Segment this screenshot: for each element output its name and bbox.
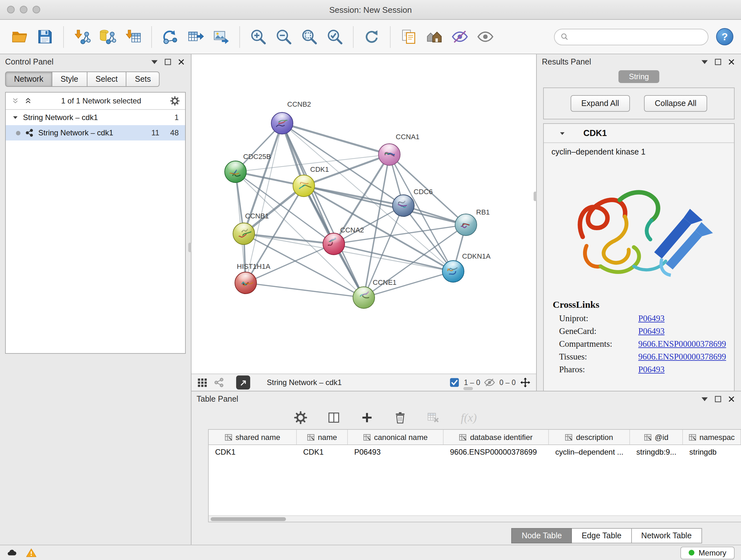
search-box[interactable] bbox=[554, 28, 709, 45]
column-header-database-identifier[interactable]: database identifier bbox=[444, 430, 549, 444]
table-cell[interactable]: stringdb:9... bbox=[630, 445, 683, 459]
search-input[interactable] bbox=[572, 32, 702, 41]
network-edge[interactable] bbox=[304, 186, 466, 225]
expand-all-button[interactable]: Expand All bbox=[570, 95, 630, 112]
table-cell[interactable]: P06493 bbox=[348, 445, 444, 459]
network-edge[interactable] bbox=[246, 283, 364, 298]
crosslink-value[interactable]: P06493 bbox=[638, 326, 665, 336]
control-panel-float-icon[interactable] bbox=[163, 57, 172, 66]
table-panel-menu-icon[interactable] bbox=[700, 394, 709, 403]
table-cell[interactable]: cyclin–dependent ... bbox=[549, 445, 630, 459]
import-table-from-file-icon[interactable] bbox=[121, 24, 145, 50]
crosslink-value[interactable]: P06493 bbox=[638, 314, 665, 324]
app-store-icon[interactable] bbox=[422, 24, 446, 50]
collection-expand-icon[interactable] bbox=[12, 114, 18, 121]
network-row-selected[interactable]: String Network – cdk1 11 48 bbox=[6, 125, 185, 140]
scrollbar-thumb[interactable] bbox=[211, 517, 286, 521]
splitter-handle-bottom[interactable] bbox=[463, 387, 473, 390]
add-row-icon[interactable] bbox=[360, 411, 374, 425]
export-table-icon[interactable] bbox=[184, 24, 207, 50]
collapse-all-networks-icon[interactable] bbox=[11, 97, 20, 105]
network-node-CCNA1[interactable]: CCNA1 bbox=[379, 133, 420, 165]
pan-mode-icon[interactable] bbox=[520, 377, 531, 388]
splitter-handle-right[interactable] bbox=[534, 192, 537, 201]
network-node-CCNE1[interactable]: CCNE1 bbox=[353, 278, 397, 308]
network-node-CCNB1[interactable]: CCNB1 bbox=[233, 212, 269, 245]
cloud-icon[interactable] bbox=[6, 547, 18, 558]
table-row[interactable]: CDK1CDK1P064939606.ENSP00000378699cyclin… bbox=[209, 445, 741, 459]
column-header-canonical-name[interactable]: canonical name bbox=[348, 430, 444, 444]
network-edge[interactable] bbox=[282, 123, 364, 298]
import-network-from-file-icon[interactable] bbox=[70, 24, 94, 50]
function-icon[interactable]: f(x) bbox=[460, 411, 482, 425]
protein-collapse-icon[interactable] bbox=[559, 130, 565, 136]
hide-selection-icon[interactable] bbox=[448, 24, 472, 50]
tab-edge-table[interactable]: Edge Table bbox=[572, 528, 632, 543]
hidden-indicator-icon[interactable] bbox=[484, 377, 495, 388]
save-session-icon[interactable] bbox=[33, 24, 57, 50]
results-panel-float-icon[interactable] bbox=[714, 57, 723, 66]
duplicate-network-icon[interactable] bbox=[397, 24, 421, 50]
clear-table-icon[interactable] bbox=[426, 411, 441, 425]
tab-node-table[interactable]: Node Table bbox=[512, 528, 572, 543]
crosslink-value[interactable]: P06493 bbox=[638, 365, 665, 375]
memory-button[interactable]: Memory bbox=[680, 546, 735, 559]
control-panel-menu-icon[interactable] bbox=[150, 57, 159, 66]
import-network-from-database-icon[interactable] bbox=[96, 24, 119, 50]
minimize-window-button[interactable] bbox=[20, 6, 27, 13]
zoom-selected-icon[interactable] bbox=[323, 24, 347, 50]
table-cell[interactable]: 9606.ENSP00000378699 bbox=[444, 445, 549, 459]
collapse-all-button[interactable]: Collapse All bbox=[644, 95, 708, 112]
refresh-view-icon[interactable] bbox=[360, 24, 384, 50]
crosslink-value[interactable]: 9606.ENSP00000378699 bbox=[638, 352, 726, 362]
network-share-icon[interactable] bbox=[213, 377, 225, 388]
expand-all-networks-icon[interactable] bbox=[23, 97, 32, 105]
network-edge[interactable] bbox=[334, 206, 403, 244]
column-header-name[interactable]: name bbox=[297, 430, 348, 444]
network-edge[interactable] bbox=[246, 123, 282, 283]
gear-icon[interactable] bbox=[293, 411, 308, 425]
control-panel-close-icon[interactable] bbox=[177, 57, 186, 66]
tab-network-table[interactable]: Network Table bbox=[631, 528, 702, 543]
table-panel-close-icon[interactable] bbox=[727, 394, 736, 403]
network-canvas[interactable]: CCNB2CCNA1CDC25BCDK1CDC6RB1CCNB1CCNA2CDK… bbox=[192, 54, 536, 374]
column-header-shared-name[interactable]: shared name bbox=[209, 430, 297, 444]
network-node-RB1[interactable]: RB1 bbox=[455, 208, 490, 236]
network-from-selection-icon[interactable] bbox=[158, 24, 182, 50]
close-window-button[interactable] bbox=[7, 6, 15, 13]
tab-network[interactable]: Network bbox=[5, 71, 52, 87]
zoom-out-icon[interactable] bbox=[272, 24, 295, 50]
birdseye-icon[interactable] bbox=[236, 375, 250, 389]
results-panel-menu-icon[interactable] bbox=[700, 57, 709, 66]
splitter-handle-left[interactable] bbox=[188, 243, 192, 252]
network-node-HIST1H1A[interactable]: HIST1H1A bbox=[235, 262, 270, 294]
selected-indicator-icon[interactable] bbox=[449, 377, 460, 388]
zoom-in-icon[interactable] bbox=[246, 24, 270, 50]
column-header-namespac[interactable]: namespac bbox=[683, 430, 741, 444]
tab-select[interactable]: Select bbox=[87, 71, 127, 87]
help-button[interactable]: ? bbox=[716, 28, 733, 45]
network-edge[interactable] bbox=[244, 234, 334, 244]
table-panel-float-icon[interactable] bbox=[714, 394, 723, 403]
network-collection-row[interactable]: String Network – cdk1 1 bbox=[6, 110, 185, 125]
maximize-window-button[interactable] bbox=[32, 6, 40, 13]
protein-card-header[interactable]: CDK1 bbox=[544, 124, 734, 143]
export-image-icon[interactable] bbox=[209, 24, 233, 50]
tab-style[interactable]: Style bbox=[52, 71, 87, 87]
tab-sets[interactable]: Sets bbox=[127, 71, 160, 87]
table-cell[interactable]: CDK1 bbox=[297, 445, 348, 459]
results-panel-close-icon[interactable] bbox=[727, 57, 736, 66]
warning-icon[interactable] bbox=[25, 547, 37, 558]
show-graphics-details-icon[interactable] bbox=[474, 24, 497, 50]
network-node-CDKN1A[interactable]: CDKN1A bbox=[442, 252, 491, 282]
grid-view-icon[interactable] bbox=[197, 377, 208, 388]
columns-icon[interactable] bbox=[327, 411, 341, 425]
column-header-description[interactable]: description bbox=[549, 430, 630, 444]
table-cell[interactable]: CDK1 bbox=[209, 445, 297, 459]
network-edge[interactable] bbox=[282, 123, 389, 154]
crosslink-value[interactable]: 9606.ENSP00000378699 bbox=[638, 339, 726, 349]
table-horizontal-scrollbar[interactable] bbox=[209, 515, 741, 522]
delete-row-icon[interactable] bbox=[393, 411, 407, 425]
zoom-fit-icon[interactable] bbox=[297, 24, 321, 50]
open-session-icon[interactable] bbox=[8, 24, 31, 50]
